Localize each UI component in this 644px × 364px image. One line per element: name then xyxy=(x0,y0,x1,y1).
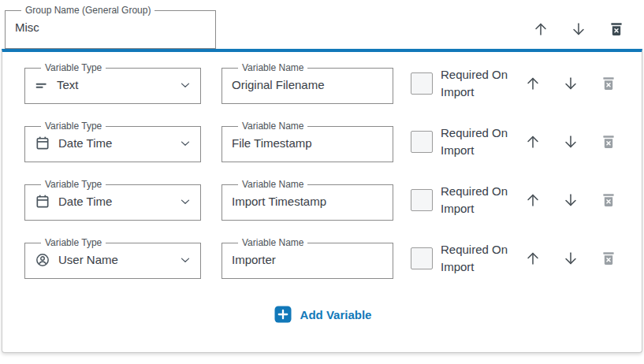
text-lines-icon xyxy=(35,78,49,92)
row-delete-button[interactable] xyxy=(600,133,617,150)
variable-name-value: Importer xyxy=(232,253,276,266)
variable-name-field[interactable]: Variable Name Import Timestamp xyxy=(221,180,393,221)
row-actions xyxy=(524,250,617,267)
variable-type-label: Variable Type xyxy=(41,63,106,73)
row-actions xyxy=(524,75,617,92)
variable-name-value: Import Timestamp xyxy=(232,195,326,208)
trash-delete-icon xyxy=(609,21,624,37)
required-on-import-checkbox[interactable] xyxy=(411,189,433,211)
group-delete-button[interactable] xyxy=(608,20,625,38)
variable-type-dropdown[interactable]: Variable Type Date Time xyxy=(24,180,201,221)
chevron-down-icon xyxy=(178,136,192,150)
arrow-up-icon xyxy=(532,20,549,38)
variable-name-value: File Timestamp xyxy=(232,136,312,150)
group-name-field[interactable]: Group Name (General Group) xyxy=(5,6,216,49)
arrow-down-icon xyxy=(570,20,587,38)
row-move-up-button[interactable] xyxy=(524,133,542,150)
required-on-import-label: Required On Import xyxy=(441,183,513,217)
variable-type-value: Date Time xyxy=(58,136,170,150)
variable-group-card: Variable Type Text Variable Name Origina… xyxy=(2,49,642,353)
variable-type-label: Variable Type xyxy=(41,180,106,190)
arrow-down-icon xyxy=(562,250,579,267)
group-name-input[interactable] xyxy=(15,20,196,34)
group-move-up-button[interactable] xyxy=(532,20,549,38)
required-on-import-checkbox[interactable] xyxy=(411,72,433,95)
variable-type-dropdown[interactable]: Variable Type User Name xyxy=(24,238,201,279)
variable-row: Variable Type Date Time Variable Name Fi… xyxy=(24,121,642,162)
variable-type-value: Text xyxy=(57,78,170,91)
variable-name-field[interactable]: Variable Name File Timestamp xyxy=(221,121,393,162)
variable-type-label: Variable Type xyxy=(41,121,106,132)
variable-row: Variable Type Date Time Variable Name Im… xyxy=(24,179,642,221)
variable-type-dropdown[interactable]: Variable Type Date Time xyxy=(24,121,201,162)
row-move-up-button[interactable] xyxy=(524,75,542,92)
trash-delete-icon xyxy=(601,192,616,208)
group-move-down-button[interactable] xyxy=(570,20,587,38)
row-actions xyxy=(524,191,617,209)
arrow-up-icon xyxy=(524,133,542,150)
group-name-label: Group Name (General Group) xyxy=(21,6,154,16)
row-delete-button[interactable] xyxy=(600,250,617,267)
arrow-up-icon xyxy=(524,250,542,267)
arrow-down-icon xyxy=(562,191,579,209)
variable-type-label: Variable Type xyxy=(41,238,106,248)
variable-name-label: Variable Name xyxy=(238,180,307,190)
variable-name-label: Variable Name xyxy=(238,121,307,132)
chevron-down-icon xyxy=(178,78,192,92)
required-on-import-label: Required On Import xyxy=(441,241,513,276)
row-delete-button[interactable] xyxy=(600,191,617,209)
row-delete-button[interactable] xyxy=(600,75,617,92)
trash-delete-icon xyxy=(601,251,616,266)
required-on-import-checkbox[interactable] xyxy=(411,247,433,269)
required-on-import-label: Required On Import xyxy=(441,66,513,101)
variable-name-label: Variable Name xyxy=(238,63,307,73)
trash-delete-icon xyxy=(601,76,616,91)
chevron-down-icon xyxy=(178,195,192,209)
row-actions xyxy=(524,133,617,150)
row-move-down-button[interactable] xyxy=(562,133,579,150)
chevron-down-icon xyxy=(178,253,192,267)
arrow-down-icon xyxy=(562,75,579,92)
row-move-up-button[interactable] xyxy=(524,250,542,267)
variable-type-dropdown[interactable]: Variable Type Text xyxy=(24,63,201,104)
row-move-down-button[interactable] xyxy=(562,191,579,209)
variable-row: Variable Type User Name Variable Name Im… xyxy=(24,237,642,279)
add-variable-label: Add Variable xyxy=(300,308,372,321)
row-move-up-button[interactable] xyxy=(524,191,542,209)
calendar-icon xyxy=(35,194,50,210)
add-variable-button[interactable]: Add Variable xyxy=(2,306,643,323)
required-on-import-checkbox[interactable] xyxy=(411,131,433,153)
group-actions xyxy=(532,20,625,38)
variable-name-field[interactable]: Variable Name Importer xyxy=(221,238,393,279)
row-move-down-button[interactable] xyxy=(562,250,579,267)
plus-square-icon xyxy=(274,306,292,323)
required-on-import-label: Required On Import xyxy=(441,124,513,159)
variable-row: Variable Type Text Variable Name Origina… xyxy=(24,62,642,104)
arrow-down-icon xyxy=(562,133,579,150)
variable-name-label: Variable Name xyxy=(238,238,307,248)
variable-type-value: User Name xyxy=(58,253,170,266)
trash-delete-icon xyxy=(601,134,616,150)
arrow-up-icon xyxy=(524,75,542,92)
user-circle-icon xyxy=(35,252,50,268)
variable-type-value: Date Time xyxy=(58,195,170,208)
variable-name-field[interactable]: Variable Name Original Filename xyxy=(221,63,393,104)
arrow-up-icon xyxy=(524,191,542,209)
row-move-down-button[interactable] xyxy=(562,75,579,92)
calendar-icon xyxy=(35,136,50,151)
variable-name-value: Original Filename xyxy=(232,78,325,91)
